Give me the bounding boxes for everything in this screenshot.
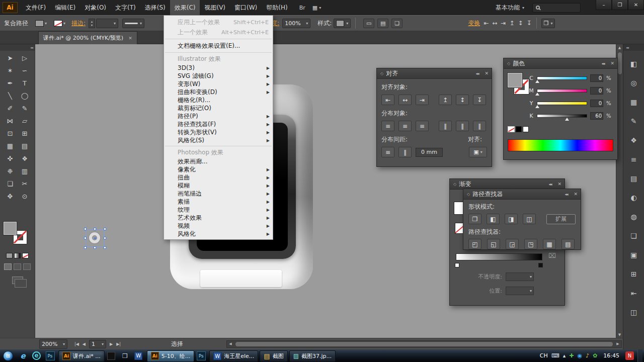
vertical-scroll-thumb[interactable] bbox=[617, 52, 622, 75]
fill-stroke-indicator[interactable] bbox=[0, 221, 35, 250]
magic-wand-tool[interactable]: ✶ bbox=[3, 64, 18, 77]
color-mode-icon[interactable] bbox=[6, 253, 13, 258]
collapse-icon[interactable]: ◂◂ bbox=[601, 61, 604, 66]
preferences-icon[interactable]: ▤ bbox=[377, 19, 388, 28]
brushes-panel-icon[interactable]: ✎ bbox=[627, 115, 640, 127]
cyan-slider[interactable] bbox=[537, 76, 587, 80]
arrange-documents-icon[interactable]: ▦▾ bbox=[312, 5, 321, 11]
menu-select[interactable]: 选择(S) bbox=[140, 0, 170, 15]
transparency-panel-icon[interactable]: ◐ bbox=[627, 192, 640, 204]
hand-tool[interactable]: ✥ bbox=[3, 190, 18, 203]
panel-fill-swatch[interactable] bbox=[508, 73, 522, 87]
distribute-bottom-button[interactable]: ≡ bbox=[416, 121, 429, 131]
music-app-icon[interactable]: ♪ bbox=[586, 352, 589, 359]
close-icon[interactable]: ✕ bbox=[574, 192, 577, 197]
taskbar-button-word-doc[interactable]: W海王星ele... bbox=[209, 350, 258, 362]
workspace-switcher[interactable]: 基本功能▾ bbox=[496, 4, 524, 12]
clock[interactable]: 16:45 bbox=[601, 352, 622, 359]
stroke-weight-stepper[interactable]: ▴▾ bbox=[89, 19, 95, 28]
white-swatch[interactable] bbox=[523, 126, 529, 132]
collapse-icon[interactable]: ◂◂ bbox=[475, 71, 478, 76]
align-to-select[interactable]: ▣▾ bbox=[469, 147, 487, 157]
chat-app-icon[interactable]: ✿ bbox=[593, 352, 597, 359]
language-indicator[interactable]: CH bbox=[540, 352, 548, 359]
menu-effect[interactable]: 效果(C) bbox=[170, 0, 200, 15]
align-horizontal-left-button[interactable]: ⇤ bbox=[381, 95, 394, 105]
lasso-tool[interactable]: ∽ bbox=[18, 64, 32, 77]
zoom-select[interactable]: 200%▾ bbox=[39, 339, 67, 349]
unite-button[interactable]: ❐ bbox=[468, 214, 481, 224]
menu-item-stylize-ps[interactable]: 风格化▶ bbox=[164, 230, 273, 238]
distribute-vcenter-button[interactable]: ≡ bbox=[398, 121, 412, 131]
last-artboard-icon[interactable]: ▶| bbox=[116, 342, 121, 346]
stroke-color-control[interactable]: ▾ bbox=[54, 20, 65, 27]
opacity-select[interactable]: 100%▾ bbox=[282, 19, 310, 28]
first-artboard-icon[interactable]: |◀ bbox=[74, 342, 79, 346]
show-desktop-button[interactable] bbox=[637, 349, 642, 362]
gradient-stop-black[interactable] bbox=[538, 263, 543, 267]
line-segment-tool[interactable]: ╲ bbox=[3, 89, 18, 102]
menu-item-path[interactable]: 路径(P)▶ bbox=[164, 112, 273, 120]
none-swatch[interactable] bbox=[508, 126, 515, 132]
selection-tool[interactable]: ➤ bbox=[3, 52, 18, 64]
scroll-right-icon[interactable]: ▶ bbox=[614, 342, 621, 346]
gradient-panel-icon[interactable]: ▤ bbox=[627, 172, 640, 185]
menu-item-convert-to-shape[interactable]: 转换为形状(V)▶ bbox=[164, 128, 273, 136]
blend-tool[interactable]: ❖ bbox=[18, 152, 32, 165]
ellipse-tool[interactable]: ◯ bbox=[18, 89, 32, 102]
menu-item-distort[interactable]: 扭曲▶ bbox=[164, 173, 273, 182]
pathfinder-panel-header[interactable]: ◇ 路径查找器 ◂◂ ✕ bbox=[463, 189, 581, 200]
eyedropper-tool[interactable]: ✜ bbox=[3, 152, 18, 165]
trim-button[interactable]: ◱ bbox=[487, 239, 500, 249]
taskbar-button-folder[interactable]: ▤截图 bbox=[260, 350, 287, 362]
stroke-panel-link[interactable]: 描边: bbox=[71, 19, 86, 28]
perspective-grid-tool[interactable]: ⊞ bbox=[18, 127, 32, 140]
close-icon[interactable]: ✕ bbox=[557, 182, 561, 187]
cyan-value-field[interactable]: 0 bbox=[590, 74, 603, 82]
selection-handle[interactable] bbox=[104, 246, 106, 249]
gradient-stop-white[interactable] bbox=[455, 263, 459, 267]
selection-handle[interactable] bbox=[94, 246, 96, 249]
color-panel-header[interactable]: ◇ 颜色 ◂◂ ✕ bbox=[504, 58, 617, 69]
distribute-left-button[interactable]: ∥ bbox=[439, 121, 452, 131]
selection-handle[interactable] bbox=[104, 237, 106, 239]
isolate-icon[interactable]: ❏ bbox=[391, 19, 403, 28]
horizontal-scroll-thumb[interactable] bbox=[235, 341, 613, 347]
black-slider[interactable] bbox=[537, 114, 587, 118]
type-tool[interactable]: T bbox=[18, 77, 32, 89]
menu-item-pixelate[interactable]: 像素化▶ bbox=[164, 165, 273, 173]
distribute-hcenter-button[interactable]: ∥ bbox=[456, 121, 469, 131]
draw-behind-icon[interactable] bbox=[14, 263, 21, 270]
menu-item-svg-filters[interactable]: SVG 滤镜(G)▶ bbox=[164, 72, 273, 80]
align-right-icon[interactable]: ⇥ bbox=[501, 20, 506, 27]
spacing-value-field[interactable]: 0 mm bbox=[416, 148, 443, 157]
draw-normal-icon[interactable] bbox=[4, 263, 12, 270]
restore-button[interactable]: ❐ bbox=[612, 0, 628, 10]
pencil-tool[interactable]: ✎ bbox=[18, 102, 32, 115]
slider-thumb[interactable] bbox=[535, 93, 539, 96]
symbols-panel-icon[interactable]: ❖ bbox=[627, 134, 640, 146]
column-graph-tool[interactable]: ▥ bbox=[18, 165, 32, 177]
taskbar-button-illustrator[interactable]: Ai课件.ai* ... bbox=[58, 350, 105, 362]
align-top-icon[interactable]: ↥ bbox=[509, 20, 514, 27]
slider-thumb[interactable] bbox=[535, 80, 539, 83]
selection-handle[interactable] bbox=[84, 228, 87, 230]
expand-button[interactable]: 扩展 bbox=[546, 214, 576, 224]
document-setup-icon[interactable]: ▭ bbox=[363, 19, 374, 28]
merge-button[interactable]: ◲ bbox=[506, 239, 519, 249]
menu-item-effect-gallery[interactable]: 效果画廊... bbox=[164, 157, 273, 165]
stroke-weight-select[interactable]: ▾ bbox=[96, 19, 118, 28]
artboard-tool[interactable]: ❏ bbox=[3, 177, 18, 190]
close-icon[interactable]: ✕ bbox=[485, 71, 488, 76]
horizontal-spacing-button[interactable]: ∥ bbox=[398, 147, 412, 157]
photoshop-taskbar-icon[interactable]: Ps bbox=[43, 349, 57, 362]
menu-view[interactable]: 视图(V) bbox=[200, 0, 230, 15]
word-taskbar-icon[interactable]: W bbox=[132, 349, 145, 362]
gradient-tool[interactable]: ▤ bbox=[18, 140, 32, 152]
artboards-panel-icon[interactable]: ⊞ bbox=[627, 268, 640, 280]
close-button[interactable]: ✕ bbox=[628, 0, 644, 10]
menu-item-brush-strokes[interactable]: 画笔描边▶ bbox=[164, 190, 273, 198]
horizontal-scrollbar[interactable]: ◀ ▶ bbox=[226, 340, 622, 348]
color-spectrum-bar[interactable] bbox=[508, 139, 613, 151]
tab-close-icon[interactable]: ✕ bbox=[128, 36, 132, 41]
